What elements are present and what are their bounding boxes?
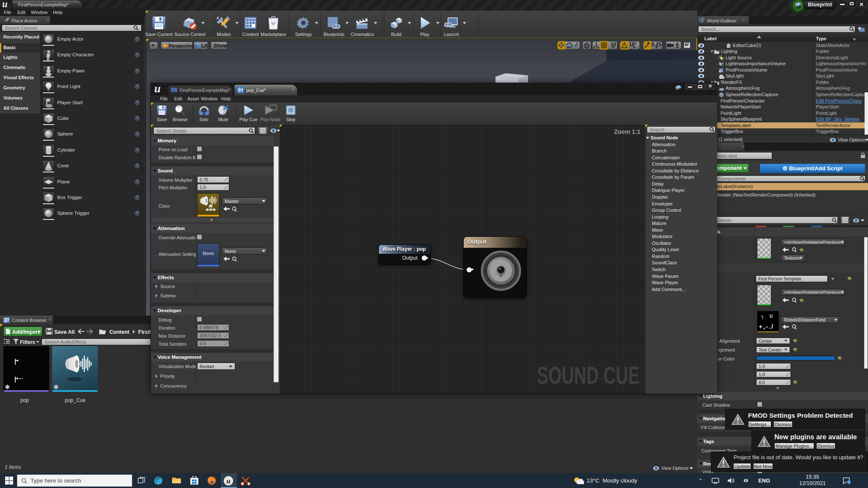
svg-text:1: 1: [848, 481, 850, 484]
svg-text:u: u: [226, 477, 230, 485]
